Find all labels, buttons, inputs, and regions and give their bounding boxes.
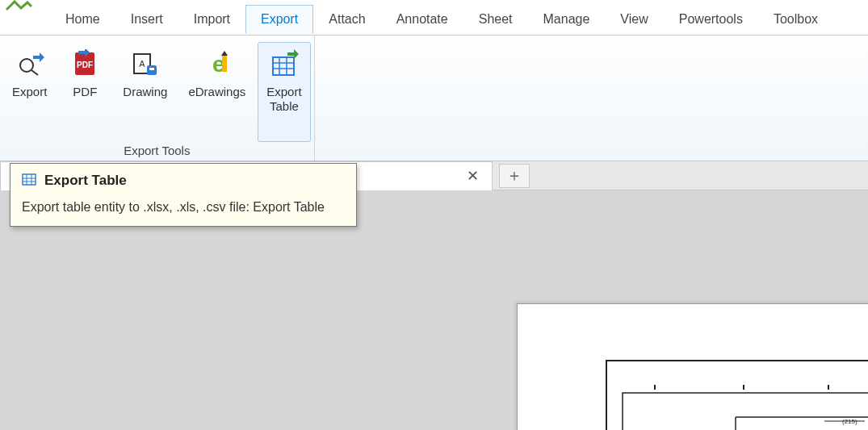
menu-annotate[interactable]: Annotate xyxy=(381,5,463,33)
ribbon-export: Export PDF PDF A xyxy=(0,35,868,161)
menu-view[interactable]: View xyxy=(605,5,663,33)
svg-text:A: A xyxy=(139,59,145,69)
app-logo-icon xyxy=(5,0,32,11)
svg-line-1 xyxy=(31,70,38,75)
menu-attach[interactable]: Attach xyxy=(313,5,380,33)
menu-export[interactable]: Export xyxy=(245,5,313,34)
svg-rect-7 xyxy=(149,68,154,70)
svg-point-0 xyxy=(20,59,33,72)
new-tab-button[interactable]: ＋ xyxy=(499,164,530,188)
ribbon-group-export-tools: Export PDF PDF A xyxy=(0,35,315,161)
svg-text:PDF: PDF xyxy=(77,61,93,69)
export-icon xyxy=(14,48,46,80)
drawing-sheet: (215) xyxy=(517,303,868,430)
tooltip-title: Export Table xyxy=(44,173,127,189)
ribbon-group-label: Export Tools xyxy=(124,142,190,159)
menu-import[interactable]: Import xyxy=(178,5,245,33)
svg-rect-27 xyxy=(23,174,36,185)
close-icon[interactable]: ✕ xyxy=(462,167,484,185)
menu-home[interactable]: Home xyxy=(50,5,115,33)
export-label: Export xyxy=(12,85,47,99)
export-table-label: Export Table xyxy=(266,85,301,114)
pdf-label: PDF xyxy=(73,85,97,99)
drawing-label: Drawing xyxy=(123,85,167,99)
tooltip-export-table: Export Table Export table entity to .xls… xyxy=(10,163,357,227)
svg-rect-16 xyxy=(606,361,868,430)
tooltip-body: Export table entity to .xlsx, .xls, .csv… xyxy=(22,200,345,215)
pdf-icon: PDF xyxy=(69,48,101,80)
pdf-button[interactable]: PDF PDF xyxy=(59,42,111,142)
menu-sheet[interactable]: Sheet xyxy=(463,5,528,33)
drawing-icon: A xyxy=(129,48,161,80)
menubar: Home Insert Import Export Attach Annotat… xyxy=(0,0,868,35)
export-table-icon xyxy=(268,48,300,80)
drawing-button[interactable]: A Drawing xyxy=(114,42,176,142)
plus-icon: ＋ xyxy=(506,165,522,186)
svg-rect-11 xyxy=(273,57,294,75)
table-icon xyxy=(22,172,36,189)
svg-rect-9 xyxy=(222,54,227,72)
menu-manage[interactable]: Manage xyxy=(528,5,606,33)
export-button[interactable]: Export xyxy=(3,42,56,142)
edrawings-label: eDrawings xyxy=(188,85,245,99)
edrawings-icon: e xyxy=(201,48,233,80)
svg-rect-17 xyxy=(623,393,868,430)
export-table-button[interactable]: Export Table xyxy=(258,42,310,142)
menu-insert[interactable]: Insert xyxy=(115,5,178,33)
menu-powertools[interactable]: Powertools xyxy=(664,5,758,33)
edrawings-button[interactable]: e eDrawings xyxy=(179,42,254,142)
menu-toolbox[interactable]: Toolbox xyxy=(758,5,833,33)
